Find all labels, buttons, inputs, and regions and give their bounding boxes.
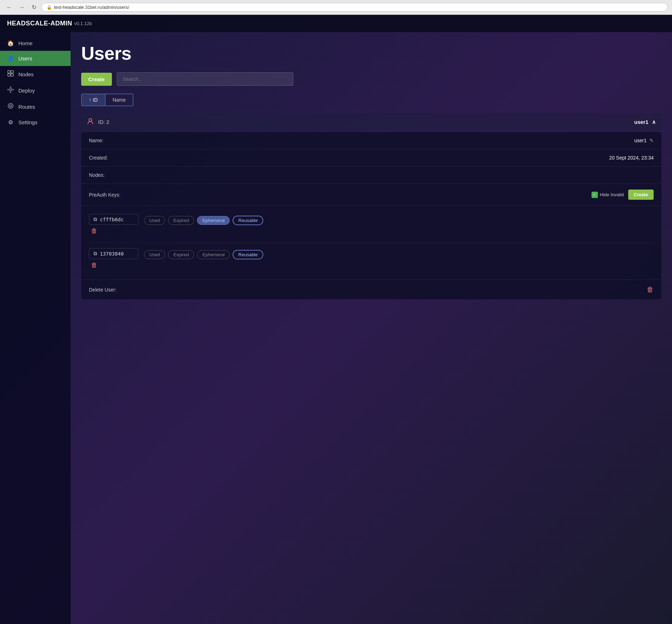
sort-tab-id[interactable]: ↑ ID bbox=[82, 94, 106, 106]
badge-expired-2: Expired bbox=[168, 250, 194, 259]
sidebar-label-home: Home bbox=[18, 40, 32, 46]
sidebar-item-nodes[interactable]: Nodes bbox=[0, 66, 71, 82]
hide-invalid-checkbox[interactable]: ✓ bbox=[592, 192, 598, 198]
home-icon: 🏠 bbox=[7, 40, 14, 47]
sidebar-item-home[interactable]: 🏠 Home bbox=[0, 36, 71, 51]
badge-used-2: Used bbox=[144, 250, 165, 259]
forward-button[interactable]: → bbox=[17, 4, 27, 11]
delete-key-2-button[interactable]: 🗑 bbox=[89, 261, 100, 270]
key-value-1: cfffb6dc bbox=[100, 217, 124, 222]
address-bar-icon: 🔒 bbox=[47, 5, 52, 10]
key-badges-1: Used Expired Ephemeral Reusable bbox=[144, 214, 263, 225]
preauth-controls: ✓ Hide Invalid Create bbox=[592, 190, 654, 200]
preauth-key-item-2: ⧉ 13703840 Used Expired Ephemeral Reusab… bbox=[89, 244, 654, 275]
sidebar-label-deploy: Deploy bbox=[18, 88, 35, 94]
page-title: Users bbox=[81, 43, 661, 64]
deploy-icon bbox=[7, 86, 14, 94]
browser-chrome: ← → ↻ 🔒 test-headscale.31bel.ru/admin/us… bbox=[0, 0, 672, 15]
nodes-icon bbox=[7, 70, 14, 78]
svg-rect-3 bbox=[11, 74, 13, 76]
toolbar: Create bbox=[81, 72, 661, 86]
user-id: ID: 2 bbox=[98, 119, 109, 125]
sidebar-item-deploy[interactable]: Deploy bbox=[0, 82, 71, 98]
address-bar[interactable]: 🔒 test-headscale.31bel.ru/admin/users/ bbox=[41, 3, 668, 12]
main-layout: 🏠 Home 👤 Users Nodes bbox=[0, 32, 672, 624]
settings-icon: ⚙ bbox=[7, 119, 14, 126]
sort-tab-name[interactable]: Name bbox=[106, 94, 133, 106]
delete-user-button[interactable]: 🗑 bbox=[647, 286, 654, 294]
name-label: Name: bbox=[89, 138, 103, 143]
user-header-left: ID: 2 bbox=[87, 118, 109, 126]
app-title: HEADSCALE-ADMIN bbox=[7, 20, 72, 27]
created-row: Created: 20 Sept 2024, 23:34 bbox=[81, 149, 661, 167]
sidebar-item-settings[interactable]: ⚙ Settings bbox=[0, 115, 71, 130]
preauth-header-row: PreAuth Keys: ✓ Hide Invalid Create bbox=[81, 184, 661, 206]
key-value-2: 13703840 bbox=[100, 251, 124, 257]
address-url: test-headscale.31bel.ru/admin/users/ bbox=[54, 5, 129, 10]
sidebar-label-users: Users bbox=[18, 55, 32, 61]
collapse-icon: ∧ bbox=[652, 119, 656, 125]
nodes-label: Nodes: bbox=[89, 172, 104, 178]
sidebar-label-routes: Routes bbox=[18, 104, 35, 110]
user-name-display: user1 bbox=[634, 119, 648, 125]
sidebar-label-settings: Settings bbox=[18, 119, 37, 125]
svg-point-8 bbox=[13, 89, 14, 90]
badge-reusable-2: Reusable bbox=[233, 250, 263, 259]
user-header-right: user1 ∧ bbox=[634, 119, 656, 125]
created-label: Created: bbox=[89, 155, 108, 161]
routes-icon bbox=[7, 103, 14, 110]
preauth-label: PreAuth Keys: bbox=[89, 192, 121, 198]
name-value-group: user1 ✎ bbox=[634, 138, 654, 143]
badge-ephemeral-1: Ephemeral bbox=[197, 216, 230, 225]
user-detail-card: Name: user1 ✎ Created: 20 Sept 2024, 23:… bbox=[81, 132, 661, 299]
key-delete-row-1: 🗑 bbox=[89, 225, 654, 238]
svg-point-6 bbox=[10, 92, 11, 93]
delete-key-1-button[interactable]: 🗑 bbox=[89, 227, 100, 235]
create-key-button[interactable]: Create bbox=[628, 190, 654, 200]
sidebar-item-routes[interactable]: Routes bbox=[0, 98, 71, 115]
key-badges-2: Used Expired Ephemeral Reusable bbox=[144, 248, 263, 259]
badge-reusable-1: Reusable bbox=[233, 216, 263, 225]
user-avatar-icon bbox=[87, 118, 94, 126]
hide-invalid-toggle[interactable]: ✓ Hide Invalid bbox=[592, 192, 624, 198]
key-box-2[interactable]: ⧉ 13703840 bbox=[89, 248, 138, 259]
user-section: ID: 2 user1 ∧ Name: user1 ✎ bbox=[81, 113, 661, 299]
svg-rect-2 bbox=[8, 74, 10, 76]
sidebar-label-nodes: Nodes bbox=[18, 71, 34, 77]
badge-used-1: Used bbox=[144, 216, 165, 225]
refresh-button[interactable]: ↻ bbox=[30, 3, 38, 11]
content-area: Users Create ↑ ID Name bbox=[71, 32, 672, 624]
nodes-row: Nodes: bbox=[81, 167, 661, 184]
copy-icon-2: ⧉ bbox=[94, 251, 97, 257]
preauth-keys-area: ⧉ cfffb6dc Used Expired Ephemeral Reusab… bbox=[81, 206, 661, 280]
create-user-button[interactable]: Create bbox=[81, 73, 112, 86]
app-header: HEADSCALE-ADMIN v0.1.12b bbox=[0, 15, 672, 32]
users-icon: 👤 bbox=[7, 55, 14, 62]
key-item-wrapper-1: ⧉ cfffb6dc Used Expired Ephemeral Reusab… bbox=[89, 214, 654, 238]
back-button[interactable]: ← bbox=[4, 4, 14, 11]
svg-rect-1 bbox=[11, 71, 13, 73]
copy-icon-1: ⧉ bbox=[94, 216, 97, 222]
svg-point-7 bbox=[8, 89, 9, 90]
delete-user-row: Delete User: 🗑 bbox=[81, 280, 661, 299]
key-delete-row-2: 🗑 bbox=[89, 259, 654, 272]
hide-invalid-label: Hide Invalid bbox=[600, 192, 624, 197]
badge-ephemeral-2: Ephemeral bbox=[197, 250, 230, 259]
app-version: v0.1.12b bbox=[74, 21, 92, 26]
edit-name-icon[interactable]: ✎ bbox=[649, 138, 654, 143]
name-value: user1 bbox=[634, 138, 647, 143]
user-header[interactable]: ID: 2 user1 ∧ bbox=[81, 113, 661, 131]
sidebar-item-users[interactable]: 👤 Users bbox=[0, 51, 71, 66]
app-container: HEADSCALE-ADMIN v0.1.12b 🏠 Home 👤 Users bbox=[0, 15, 672, 624]
key-separator bbox=[89, 242, 654, 243]
key-box-1[interactable]: ⧉ cfffb6dc bbox=[89, 214, 138, 225]
badge-expired-1: Expired bbox=[168, 216, 194, 225]
search-input[interactable] bbox=[117, 72, 293, 86]
svg-rect-0 bbox=[8, 71, 10, 73]
svg-point-5 bbox=[10, 87, 11, 88]
delete-user-label: Delete User: bbox=[89, 287, 116, 293]
svg-point-11 bbox=[89, 119, 92, 121]
name-row: Name: user1 ✎ bbox=[81, 132, 661, 149]
key-item-wrapper-2: ⧉ 13703840 Used Expired Ephemeral Reusab… bbox=[89, 248, 654, 272]
svg-point-4 bbox=[10, 89, 12, 91]
